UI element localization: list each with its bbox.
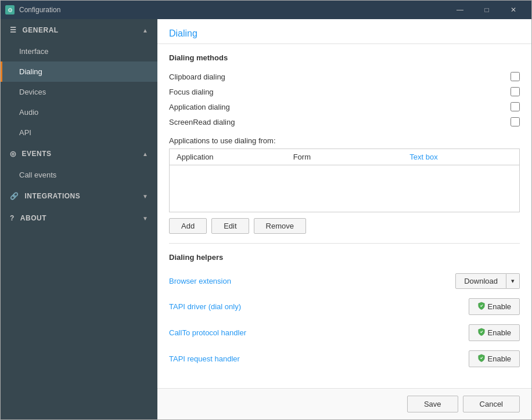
integrations-section-title: 🔗 INTEGRATIONS <box>10 192 80 200</box>
panel-title: Dialing <box>169 28 520 39</box>
helper-tapi-request: TAPI request handler Enable <box>169 346 520 372</box>
helper-callto-protocol: CallTo protocol handler Enable <box>169 320 520 346</box>
sidebar-item-audio[interactable]: Audio <box>1 102 157 122</box>
callto-protocol-enable-button[interactable]: Enable <box>469 324 520 341</box>
download-button[interactable]: Download <box>455 273 506 289</box>
window-title: Configuration <box>19 6 60 14</box>
integrations-icon: 🔗 <box>10 192 19 200</box>
apps-dialing-label: Applications to use dialing from: <box>169 136 520 145</box>
focus-dialing-row: Focus dialing <box>169 84 520 99</box>
save-button[interactable]: Save <box>407 396 458 412</box>
general-section-title: ☰ GENERAL <box>10 26 59 34</box>
sidebar: ☰ GENERAL ▲ Interface Dialing Devices Au… <box>1 19 157 419</box>
callto-protocol-label: CallTo protocol handler <box>169 328 246 337</box>
remove-button[interactable]: Remove <box>254 218 306 234</box>
helpers-heading: Dialing helpers <box>169 253 520 262</box>
shield-icon-1 <box>477 302 486 312</box>
clipboard-dialing-label: Clipboard dialing <box>169 73 225 81</box>
sidebar-section-general[interactable]: ☰ GENERAL ▲ <box>1 19 157 41</box>
sidebar-item-devices[interactable]: Devices <box>1 82 157 102</box>
apps-table-header: Application Form Text box <box>170 149 519 165</box>
hamburger-icon: ☰ <box>10 26 17 34</box>
application-dialing-label: Application dialing <box>169 103 230 111</box>
maximize-button[interactable]: □ <box>473 1 500 19</box>
clipboard-dialing-row: Clipboard dialing <box>169 69 520 84</box>
shield-icon-3 <box>477 354 486 364</box>
sidebar-section-events[interactable]: ◎ EVENTS ▲ <box>1 143 157 165</box>
about-chevron-icon: ▼ <box>142 215 148 222</box>
screenread-dialing-checkbox[interactable] <box>511 117 520 126</box>
helper-browser-extension: Browser extension Download ▾ <box>169 269 520 294</box>
close-button[interactable]: ✕ <box>500 1 527 19</box>
app-icon: ⚙ <box>5 5 15 15</box>
sidebar-item-call-events[interactable]: Call events <box>1 165 157 185</box>
helpers-section: Dialing helpers Browser extension Downlo… <box>169 253 520 372</box>
cancel-button[interactable]: Cancel <box>463 396 520 412</box>
screenread-dialing-label: ScreenRead dialing <box>169 118 235 126</box>
add-button[interactable]: Add <box>169 218 207 234</box>
edit-button[interactable]: Edit <box>211 218 249 234</box>
download-arrow-button[interactable]: ▾ <box>506 273 520 289</box>
screenread-dialing-row: ScreenRead dialing <box>169 114 520 129</box>
sidebar-item-dialing[interactable]: Dialing <box>1 61 157 82</box>
panel-header: Dialing <box>157 19 531 44</box>
helper-tapi-driver: TAPI driver (dial only) Enable <box>169 294 520 320</box>
events-chevron-icon: ▲ <box>142 151 148 157</box>
table-buttons: Add Edit Remove <box>169 218 520 234</box>
panel-body: Dialing methods Clipboard dialing Focus … <box>157 44 531 388</box>
col-application: Application <box>170 149 286 165</box>
shield-icon-2 <box>477 328 486 338</box>
apps-table-body <box>170 165 519 212</box>
focus-dialing-label: Focus dialing <box>169 88 214 96</box>
minimize-button[interactable]: — <box>447 1 473 19</box>
general-chevron-icon: ▲ <box>142 27 148 34</box>
download-btn-group: Download ▾ <box>455 273 520 289</box>
col-form: Form <box>286 149 403 165</box>
integrations-chevron-icon: ▼ <box>142 193 148 200</box>
sidebar-item-api[interactable]: API <box>1 122 157 143</box>
titlebar: ⚙ Configuration — □ ✕ <box>1 1 531 19</box>
main-content: ☰ GENERAL ▲ Interface Dialing Devices Au… <box>1 19 531 419</box>
about-icon: ? <box>10 214 15 222</box>
browser-extension-label: Browser extension <box>169 277 231 285</box>
col-textbox: Text box <box>402 149 519 165</box>
main-window: ⚙ Configuration — □ ✕ ☰ GENERAL ▲ Interf… <box>0 0 532 420</box>
about-section-title: ? ABOUT <box>10 214 46 222</box>
tapi-driver-label: TAPI driver (dial only) <box>169 302 241 311</box>
sidebar-section-integrations[interactable]: 🔗 INTEGRATIONS ▼ <box>1 185 157 207</box>
sidebar-section-about[interactable]: ? ABOUT ▼ <box>1 207 157 229</box>
events-icon: ◎ <box>10 150 16 158</box>
application-dialing-checkbox[interactable] <box>511 102 520 111</box>
sidebar-item-interface[interactable]: Interface <box>1 41 157 61</box>
tapi-driver-enable-button[interactable]: Enable <box>469 298 520 315</box>
footer-buttons: Save Cancel <box>157 388 531 419</box>
events-section-title: ◎ EVENTS <box>10 150 52 158</box>
titlebar-left: ⚙ Configuration <box>5 5 60 15</box>
window-controls: — □ ✕ <box>447 1 527 19</box>
right-panel: Dialing Dialing methods Clipboard dialin… <box>157 19 531 419</box>
application-dialing-row: Application dialing <box>169 99 520 114</box>
tapi-request-label: TAPI request handler <box>169 354 240 363</box>
focus-dialing-checkbox[interactable] <box>511 87 520 96</box>
tapi-request-enable-button[interactable]: Enable <box>469 350 520 367</box>
dialing-methods-heading: Dialing methods <box>169 53 520 62</box>
apps-table: Application Form Text box <box>169 149 520 212</box>
clipboard-dialing-checkbox[interactable] <box>511 72 520 81</box>
divider <box>169 243 520 244</box>
